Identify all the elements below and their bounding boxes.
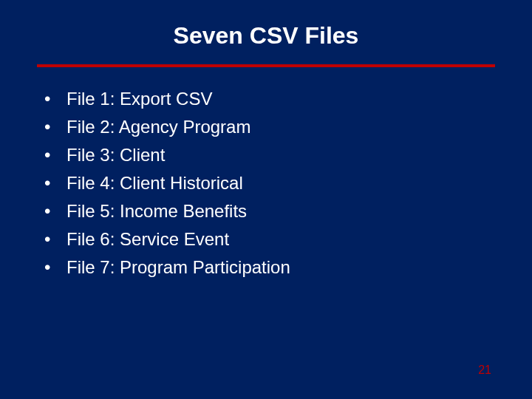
slide-container: Seven CSV Files File 1: Export CSV File … (0, 0, 532, 399)
list-item: File 7: Program Participation (44, 254, 495, 281)
bullet-list: File 1: Export CSV File 2: Agency Progra… (37, 86, 495, 281)
list-item: File 4: Client Historical (44, 170, 495, 197)
list-item: File 6: Service Event (44, 226, 495, 253)
page-number: 21 (478, 364, 491, 377)
list-item: File 2: Agency Program (44, 114, 495, 140)
list-item: File 5: Income Benefits (44, 198, 495, 225)
list-item: File 1: Export CSV (44, 86, 495, 112)
title-divider (37, 64, 495, 67)
list-item: File 3: Client (44, 142, 495, 168)
slide-title: Seven CSV Files (37, 22, 495, 50)
